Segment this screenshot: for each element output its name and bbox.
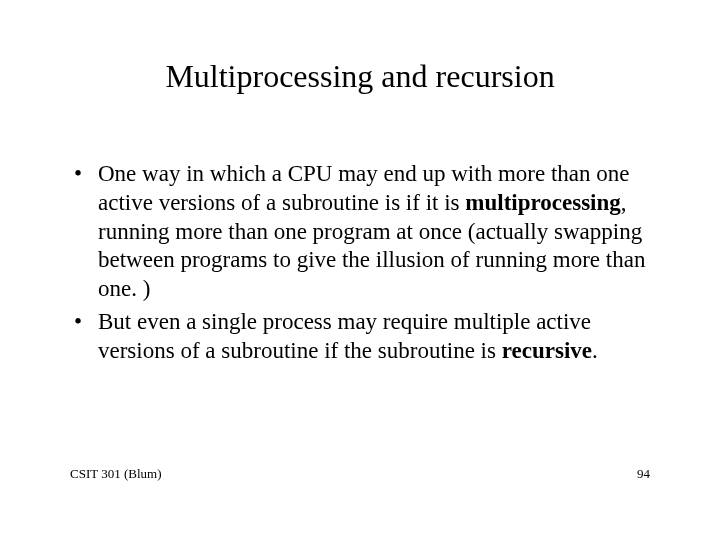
bullet-text-post: .: [592, 338, 598, 363]
bullet-text-bold: multiprocessing: [465, 190, 620, 215]
bullet-item: One way in which a CPU may end up with m…: [70, 160, 660, 304]
slide-number: 94: [637, 466, 650, 482]
bullet-item: But even a single process may require mu…: [70, 308, 660, 366]
footer-left: CSIT 301 (Blum): [70, 466, 162, 482]
slide: Multiprocessing and recursion One way in…: [0, 0, 720, 540]
slide-body: One way in which a CPU may end up with m…: [70, 160, 660, 369]
slide-title: Multiprocessing and recursion: [0, 58, 720, 95]
bullet-text-bold: recursive: [502, 338, 592, 363]
